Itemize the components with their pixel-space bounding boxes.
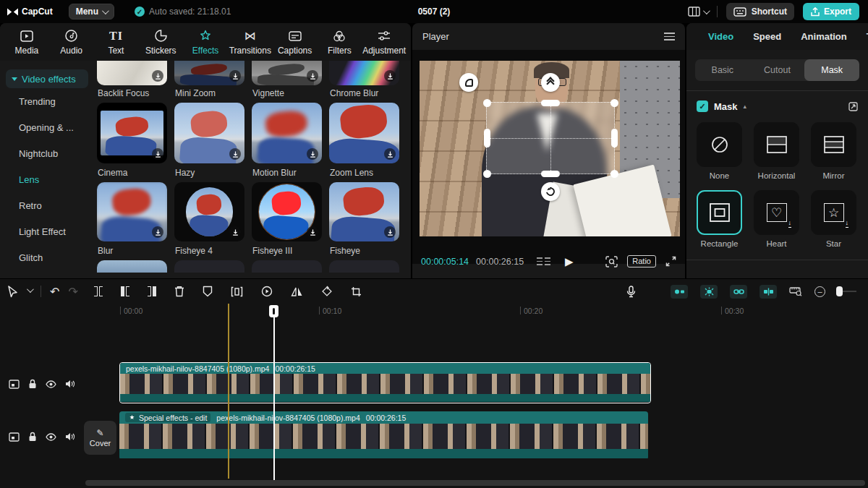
effect-thumb-vignette[interactable] [252,61,322,85]
mask-bounding-box[interactable] [486,102,615,174]
effect-thumb-zoom-lens[interactable] [329,103,399,163]
timeline-clip-effects[interactable]: Special effects - edit pexels-mikhail-ni… [119,411,648,460]
tab-audio[interactable]: Audio [49,29,94,56]
tab-animation[interactable]: Animation [801,31,847,42]
tab-text[interactable]: TI Text [94,29,139,56]
mute-icon[interactable] [65,380,75,388]
effect-thumb-partial[interactable] [97,260,167,273]
timeline-clip-main[interactable]: pexels-mikhail-nilov-8847405 (1080p).mp4… [119,362,651,403]
timeline-ruler[interactable]: 00:00 00:10 00:20 00:30 [0,304,868,320]
mask-feather-handle[interactable] [541,73,560,92]
tab-video[interactable]: Video [708,31,733,42]
eye-icon[interactable] [46,433,56,441]
mute-icon[interactable] [65,432,75,441]
sidebar-item-glitch[interactable]: Glitch [0,244,94,270]
effect-thumb-cinema[interactable] [97,103,167,163]
preview-axis-toggle-icon[interactable] [760,285,777,299]
effect-thumb-fisheye-4[interactable] [174,182,244,241]
player-menu-icon[interactable] [664,33,675,40]
sidebar-item-trending[interactable]: Trending [0,88,94,114]
effect-thumb-partial[interactable] [252,260,322,273]
effect-thumb-fisheye-iii[interactable] [252,182,322,241]
effect-thumb-partial[interactable] [329,260,399,273]
ratio-button[interactable]: Ratio [627,255,656,267]
mask-enabled-checkbox[interactable]: ✓ [697,100,708,112]
add-keyframe-icon[interactable] [848,102,858,111]
flip-icon[interactable] [291,286,303,297]
track-type-icon[interactable] [9,432,20,442]
sidebar-item-retro[interactable]: Retro [0,192,94,218]
crop-icon[interactable] [351,286,362,297]
tab-effects[interactable]: Effects [183,29,228,56]
cover-button[interactable]: ✎ Cover [84,421,116,455]
timeline-scale-icon[interactable] [789,286,802,296]
mask-corner-handle[interactable] [483,99,491,107]
undo-icon[interactable]: ↶ [50,285,59,299]
timeline-horizontal-scrollbar[interactable] [85,480,865,486]
split-icon[interactable] [94,286,103,296]
sidebar-item-opening[interactable]: Opening & ... [0,114,94,140]
delete-left-icon[interactable] [121,286,129,296]
effect-thumb-motion-blur[interactable] [252,103,322,163]
link-toggle-icon[interactable] [730,285,747,299]
redo-icon[interactable]: ↷ [68,285,77,299]
mask-roundness-handle[interactable] [459,73,478,92]
effect-thumb-partial[interactable] [174,260,244,273]
tab-captions[interactable]: Captions [273,29,318,56]
fullscreen-icon[interactable] [665,256,676,267]
snap-toggle-icon[interactable] [671,285,688,299]
lock-icon[interactable] [28,379,37,389]
effect-thumb-hazy[interactable] [174,103,244,163]
effect-thumb-fisheye[interactable] [329,182,399,241]
layout-switch-button[interactable] [688,7,708,17]
speed-icon[interactable] [261,286,273,297]
mirror-icon[interactable] [231,286,243,297]
play-button[interactable]: ▶ [565,255,574,268]
mask-tool-icon[interactable] [203,286,213,297]
effect-thumb-blur[interactable] [97,182,167,241]
mask-option-mirror[interactable]: Mirror [811,122,856,180]
eye-icon[interactable] [46,380,56,388]
subtab-basic[interactable]: Basic [695,59,750,81]
mask-option-rectangle[interactable]: Rectangle [697,190,742,248]
menu-button[interactable]: Menu [69,4,114,20]
collapse-caret-icon[interactable]: ▴ [744,103,747,110]
effect-thumb-chrome-blur[interactable] [329,61,399,85]
mask-edge-handle-bottom[interactable] [541,171,560,177]
rotate-icon[interactable] [321,286,333,297]
sidebar-item-light-effect[interactable]: Light Effect [0,218,94,244]
select-tool-icon[interactable] [7,286,18,298]
delete-right-icon[interactable] [148,286,156,296]
preview-quality-icon[interactable] [537,257,550,265]
delete-icon[interactable] [174,286,184,297]
sidebar-item-video-effects[interactable]: Video effects [6,69,88,88]
tab-media[interactable]: Media [4,29,49,56]
timeline-zoom-slider[interactable] [838,291,856,292]
track-type-icon[interactable] [9,380,20,389]
mask-option-horizontal[interactable]: Horizontal [754,122,799,180]
video-preview[interactable] [420,61,680,236]
playhead-handle[interactable] [269,305,278,317]
tab-transitions[interactable]: ⋈ Transitions [228,29,273,56]
mask-corner-handle[interactable] [483,170,491,178]
zoom-out-icon[interactable]: – [814,286,825,297]
tab-adjustment[interactable]: Adjustment [362,29,407,56]
mask-option-none[interactable]: None [697,122,742,180]
export-button[interactable]: Export [803,3,859,20]
tab-speed[interactable]: Speed [753,31,781,42]
tab-filters[interactable]: Filters [317,29,362,56]
mask-edge-handle-left[interactable] [484,129,490,147]
record-voiceover-icon[interactable] [626,286,636,298]
subtab-cutout[interactable]: Cutout [750,59,805,81]
mask-rotate-handle[interactable] [541,182,560,201]
effect-thumb-backlit-focus[interactable] [97,61,167,85]
auto-highlight-toggle-icon[interactable] [700,285,718,299]
mask-corner-handle[interactable] [610,170,618,178]
subtab-mask[interactable]: Mask [804,59,859,81]
shortcut-button[interactable]: Shortcut [726,3,794,20]
effect-thumb-mini-zoom[interactable] [174,61,244,85]
tab-stickers[interactable]: Stickers [138,29,183,56]
mask-option-heart[interactable]: ♡↓ Heart [754,190,799,248]
mask-edge-handle-right[interactable] [611,129,618,147]
lock-icon[interactable] [28,432,37,442]
